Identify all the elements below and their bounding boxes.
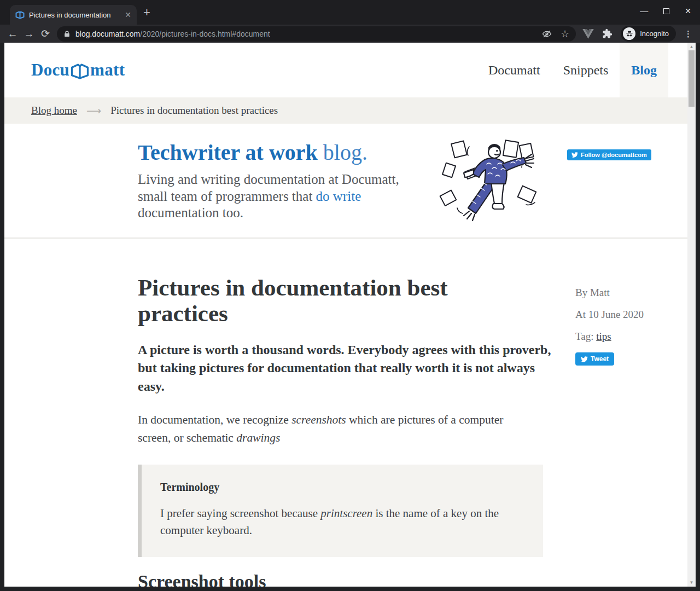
tag-tips-link[interactable]: tips	[596, 331, 611, 342]
logo-text-pre: Docu	[31, 60, 69, 80]
admonition-title: Terminology	[160, 481, 524, 494]
admonition-body: I prefer saying screenshot because print…	[160, 505, 510, 540]
juggler-illustration	[438, 138, 550, 223]
article-paragraph: In documentation, we recognize screensho…	[138, 411, 529, 447]
nav-item-snippets[interactable]: Snippets	[552, 43, 620, 97]
breadcrumb-current: Pictures in documentation best practices	[110, 105, 278, 117]
bookmark-star-icon[interactable]: ☆	[561, 28, 569, 40]
blog-title-strong: Techwriter at work	[138, 140, 318, 165]
browser-toolbar: ← → ⟳ blog.documatt.com/2020/pictures-in…	[0, 25, 700, 43]
site-header: Docu matt Documatt Snippets Blog	[4, 43, 687, 97]
book-icon	[70, 63, 90, 80]
window-close-button[interactable]: ✕	[685, 7, 691, 15]
breadcrumb: Blog home ⟶ Pictures in documentation be…	[4, 97, 687, 124]
meta-author: By Matt	[575, 287, 644, 309]
book-favicon-icon	[15, 11, 25, 19]
incognito-label: Incognito	[640, 30, 669, 38]
article-meta: By Matt At 10 June 2020 Tag: tips Tweet	[575, 287, 644, 366]
tab-title: Pictures in documentation	[29, 11, 122, 19]
italic-screenshots: screenshots	[291, 413, 346, 426]
eye-slash-icon[interactable]	[542, 29, 552, 39]
url-host: blog.documatt.com	[75, 30, 140, 38]
main-nav: Documatt Snippets Blog	[477, 43, 668, 97]
nav-item-blog[interactable]: Blog	[620, 43, 668, 97]
italic-printscreen: printscreen	[320, 507, 372, 520]
scroll-up-icon[interactable]: ▲	[687, 44, 696, 49]
browser-menu-icon[interactable]: ⋮	[684, 29, 692, 39]
article: Pictures in documentation best practices…	[4, 239, 687, 587]
incognito-badge[interactable]: Incognito	[621, 26, 676, 42]
page-viewport: Docu matt Documatt Snippets Blog Blog ho…	[4, 43, 696, 587]
scrollbar-thumb[interactable]	[689, 50, 695, 107]
italic-drawings: drawings	[236, 431, 280, 444]
tab-strip: Pictures in documentation ✕ + — ✕	[0, 0, 700, 25]
terminology-admonition: Terminology I prefer saying screenshot b…	[138, 465, 543, 557]
article-title: Pictures in documentation best practices	[138, 275, 488, 327]
twitter-bird-icon	[571, 152, 578, 158]
url-text[interactable]: blog.documatt.com/2020/pictures-in-docs.…	[75, 30, 270, 38]
new-tab-button[interactable]: +	[143, 5, 150, 20]
article-lead: A picture is worth a thousand words. Eve…	[138, 341, 556, 396]
reload-button[interactable]: ⟳	[37, 25, 54, 43]
blog-title: Techwriter at work blog.	[138, 141, 418, 164]
twitter-follow-button[interactable]: Follow @documattcom	[567, 149, 651, 160]
do-write-link[interactable]: do write	[316, 189, 361, 204]
documatt-logo[interactable]: Docu matt	[31, 43, 125, 97]
blog-subtitle: Living and writing documentation at Docu…	[138, 171, 418, 222]
vue-devtools-icon[interactable]	[582, 29, 594, 39]
scroll-down-icon[interactable]: ▼	[687, 580, 696, 585]
meta-tag: Tag: tips	[575, 331, 644, 352]
tweet-button[interactable]: Tweet	[575, 352, 614, 366]
forward-button[interactable]: →	[21, 25, 37, 43]
paragraph-text: In documentation, we recognize	[138, 413, 291, 426]
lock-icon	[63, 30, 71, 38]
section-heading: Screenshot tools	[138, 571, 687, 587]
logo-text-post: matt	[90, 60, 125, 80]
browser-tab[interactable]: Pictures in documentation ✕	[10, 5, 137, 25]
subtitle-text-end: documentation too.	[138, 205, 243, 220]
url-path: /2020/pictures-in-docs.html#document	[140, 30, 270, 38]
follow-button-label: Follow @documattcom	[581, 152, 647, 158]
extensions-puzzle-icon[interactable]	[602, 28, 612, 39]
blog-title-light: blog.	[318, 140, 368, 165]
maximize-button[interactable]	[663, 8, 669, 14]
back-button[interactable]: ←	[4, 25, 21, 43]
tag-label: Tag:	[575, 331, 596, 342]
meta-date: At 10 June 2020	[575, 309, 644, 331]
breadcrumb-arrow-icon: ⟶	[86, 105, 101, 117]
twitter-bird-icon	[581, 356, 588, 363]
breadcrumb-home-link[interactable]: Blog home	[31, 105, 77, 117]
hero-section: Techwriter at work blog. Living and writ…	[4, 124, 687, 239]
scrollbar[interactable]: ▲ ▼	[687, 43, 696, 587]
tweet-button-label: Tweet	[591, 355, 609, 363]
tab-close-icon[interactable]: ✕	[125, 10, 131, 19]
minimize-button[interactable]: —	[640, 8, 648, 14]
admonition-text: I prefer saying screenshot because	[160, 507, 320, 520]
incognito-icon	[623, 27, 635, 40]
nav-item-documatt[interactable]: Documatt	[477, 43, 552, 97]
address-bar[interactable]: blog.documatt.com/2020/pictures-in-docs.…	[57, 26, 576, 42]
